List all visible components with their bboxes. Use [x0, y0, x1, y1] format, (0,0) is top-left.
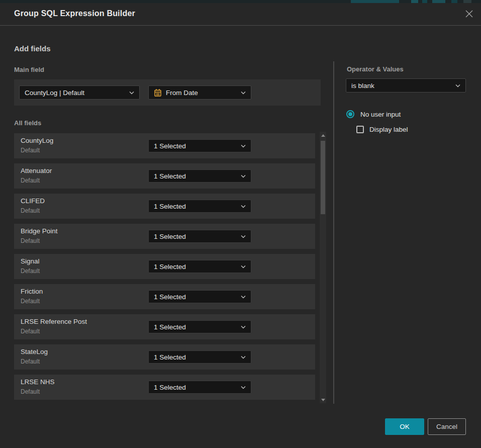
- operator-dropdown[interactable]: is blank: [346, 78, 466, 93]
- main-field-label: Main field: [14, 66, 44, 73]
- main-field-source-dropdown[interactable]: CountyLog | Default: [19, 85, 140, 100]
- field-row: Attenuator Default 1 Selected: [14, 163, 315, 189]
- field-selected-value: 1 Selected: [154, 323, 238, 331]
- chevron-down-icon: [241, 174, 246, 178]
- operator-values-heading: Operator & Values: [347, 65, 404, 73]
- field-selected-dropdown[interactable]: 1 Selected: [148, 169, 251, 183]
- chevron-down-icon: [241, 386, 246, 389]
- field-subtitle: Default: [21, 237, 40, 244]
- all-fields-label: All fields: [14, 119, 41, 127]
- field-selected-value: 1 Selected: [154, 293, 238, 301]
- radio-selected-icon[interactable]: [346, 110, 354, 118]
- dialog-header: Group SQL Expression Builder: [0, 3, 481, 26]
- field-row: Signal Default 1 Selected: [14, 254, 315, 279]
- field-selected-dropdown[interactable]: 1 Selected: [148, 260, 251, 273]
- scrollbar-up-arrow[interactable]: [320, 133, 326, 138]
- column-divider: [333, 61, 334, 404]
- field-row: CLIFED Default 1 Selected: [14, 194, 315, 219]
- no-user-input-radio-row[interactable]: No user input: [346, 110, 401, 118]
- field-subtitle: Default: [21, 358, 40, 365]
- field-name: LRSE Reference Post: [21, 318, 87, 325]
- close-icon: [465, 10, 473, 20]
- field-selected-value: 1 Selected: [154, 142, 238, 150]
- field-subtitle: Default: [21, 328, 40, 335]
- chevron-down-icon: [241, 235, 246, 238]
- chevron-down-icon: [241, 144, 246, 148]
- field-row: LRSE NHS Default 1 Selected: [14, 375, 315, 400]
- field-selected-value: 1 Selected: [154, 172, 238, 180]
- field-subtitle: Default: [21, 207, 40, 214]
- field-subtitle: Default: [21, 177, 40, 184]
- field-selected-dropdown[interactable]: 1 Selected: [148, 320, 251, 333]
- chevron-down-icon: [455, 84, 460, 87]
- fields-scrollbar[interactable]: [320, 132, 326, 403]
- display-label-text: Display label: [369, 126, 408, 133]
- field-row: StateLog Default 1 Selected: [14, 344, 315, 370]
- chevron-down-icon: [241, 325, 246, 329]
- field-row: Friction Default 1 Selected: [14, 284, 315, 309]
- field-selected-value: 1 Selected: [154, 353, 238, 361]
- display-label-checkbox-row[interactable]: Display label: [356, 126, 408, 133]
- scrollbar-down-arrow[interactable]: [320, 397, 326, 402]
- scrollbar-thumb[interactable]: [321, 141, 325, 214]
- main-field-field-dropdown[interactable]: From Date: [148, 85, 251, 100]
- group-sql-expression-builder-dialog: Group SQL Expression Builder Add fields …: [0, 3, 481, 448]
- field-name: StateLog: [21, 348, 48, 355]
- add-fields-heading: Add fields: [14, 44, 51, 53]
- field-name: CLIFED: [21, 197, 45, 205]
- operator-value: is blank: [351, 82, 452, 89]
- chevron-down-icon: [241, 205, 246, 208]
- field-selected-value: 1 Selected: [154, 233, 238, 240]
- chevron-down-icon: [129, 91, 134, 95]
- field-name: Friction: [21, 288, 43, 295]
- field-selected-value: 1 Selected: [154, 384, 238, 391]
- chevron-down-icon: [241, 265, 246, 268]
- chevron-down-icon: [241, 91, 246, 95]
- all-fields-list: CountyLog Default 1 Selected Attenuator …: [14, 133, 315, 405]
- field-name: Signal: [21, 257, 40, 265]
- field-selected-dropdown[interactable]: 1 Selected: [148, 290, 251, 303]
- close-button[interactable]: [463, 9, 474, 20]
- field-selected-dropdown[interactable]: 1 Selected: [148, 230, 251, 243]
- checkbox-icon[interactable]: [356, 126, 364, 133]
- chevron-down-icon: [241, 295, 246, 299]
- ok-button[interactable]: OK: [385, 418, 424, 435]
- field-name: Attenuator: [21, 167, 52, 174]
- calendar-icon: [154, 88, 162, 97]
- field-row: LRSE Reference Post Default 1 Selected: [14, 314, 315, 339]
- main-field-panel: CountyLog | Default From Date: [14, 79, 321, 106]
- field-name: LRSE NHS: [21, 378, 55, 386]
- field-row: CountyLog Default 1 Selected: [14, 133, 315, 158]
- cancel-button[interactable]: Cancel: [428, 418, 466, 435]
- field-selected-value: 1 Selected: [154, 203, 238, 210]
- field-name: CountyLog: [21, 137, 53, 144]
- main-field-field-value: From Date: [166, 89, 238, 97]
- field-row: Bridge Point Default 1 Selected: [14, 224, 315, 249]
- field-name: Bridge Point: [21, 227, 58, 235]
- chevron-down-icon: [241, 355, 246, 359]
- field-subtitle: Default: [21, 147, 40, 154]
- field-selected-dropdown[interactable]: 1 Selected: [148, 200, 251, 213]
- field-selected-value: 1 Selected: [154, 263, 238, 271]
- field-subtitle: Default: [21, 298, 40, 305]
- field-subtitle: Default: [21, 267, 40, 275]
- main-field-source-value: CountyLog | Default: [25, 89, 126, 97]
- field-selected-dropdown[interactable]: 1 Selected: [148, 350, 251, 364]
- field-selected-dropdown[interactable]: 1 Selected: [148, 381, 251, 394]
- field-selected-dropdown[interactable]: 1 Selected: [148, 139, 251, 152]
- dialog-title: Group SQL Expression Builder: [14, 9, 135, 18]
- field-subtitle: Default: [21, 388, 40, 395]
- no-user-input-label: No user input: [360, 111, 401, 118]
